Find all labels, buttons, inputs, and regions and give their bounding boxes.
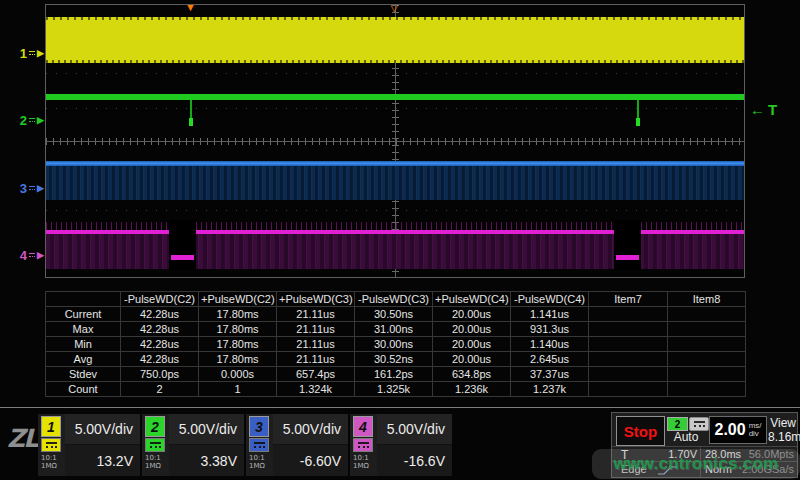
row-label: Avg [46,352,121,367]
measurement-header[interactable]: -PulseWD(C4) [511,292,589,307]
input-impedance: 1MΩ [41,462,63,470]
ch1-offset[interactable]: 13.2V [65,445,140,476]
ch1-position-marker[interactable]: 1 ▶ [10,45,44,61]
measurement-cell: 750.0ps [121,367,199,382]
row-label: Count [46,382,121,397]
table-row: Min 42.28us 17.80ms 21.11us 30.00ns 20.0… [46,337,746,352]
measurement-cell: 1.324k [277,382,355,397]
probe-ratio: 10:1 [249,454,271,462]
oscilloscope-screen: ▼ ▽ 1 ▶ 2 ▶ 3 ▶ 4 ▶ ← T -PulseWD(C2) +Pu… [0,0,800,480]
measurement-cell [589,382,668,397]
trigger-position-icon[interactable]: ▼ [185,4,196,13]
ch3-position-marker[interactable]: 3 ▶ [10,180,44,196]
measurement-cell: 657.4ps [277,367,355,382]
ch2-pulse-tip [636,118,640,126]
measurement-cell: 30.52ns [355,352,433,367]
right-arrow-icon: ▶ [37,250,44,260]
measurement-cell: 20.00us [433,337,511,352]
dc-coupling-icon [249,438,269,452]
table-header-row: -PulseWD(C2) +PulseWD(C2) +PulseWD(C3) -… [46,292,746,307]
measurement-cell: 634.8ps [433,367,511,382]
ch4-settings-block[interactable]: 4 10:11MΩ 5.00V/div -16.6V [350,414,452,476]
measurement-cell: 30.50ns [355,307,433,322]
measurement-cell [668,382,746,397]
measurement-cell [589,352,668,367]
ch1-trace [46,17,745,63]
measurement-header[interactable]: +PulseWD(C3) [277,292,355,307]
probe-ratio: 10:1 [41,454,63,462]
ch2-position-marker[interactable]: 2 ▶ [10,112,44,128]
ch3-marker-label: 3 [20,181,27,196]
timebase-value: 2.00 [714,421,745,439]
measurement-cell: 20.00us [433,352,511,367]
measurement-cell: 21.11us [277,307,355,322]
probe-ratio: 10:1 [353,454,375,462]
measurement-cell: 17.80ms [199,337,277,352]
ch1-scale[interactable]: 5.00V/div [65,414,140,445]
measurement-cell: 1.141us [511,307,589,322]
ch4-badge[interactable]: 4 [353,416,373,437]
ch2-offset[interactable]: 3.38V [169,445,244,476]
timebase-box[interactable]: 2.00 ms/div [709,416,767,444]
dc-coupling-icon [353,438,373,452]
table-row: Stdev 750.0ps 0.000s 657.4ps 161.2ps 634… [46,367,746,382]
probe-ratio: 10:1 [145,454,167,462]
trigger-coupling-icon[interactable] [689,417,709,431]
measurement-header[interactable]: Item7 [589,292,668,307]
ch4-offset[interactable]: -16.6V [377,445,452,476]
input-impedance: 1MΩ [249,462,271,470]
trigger-level-label: T [768,101,777,118]
watermark: www.cntronics.com [592,449,800,479]
view-value: 8.16ms [768,430,796,444]
view-box: View 8.16ms [768,416,796,444]
divider [612,446,797,447]
watermark-text: www.cntronics.com [613,454,778,474]
trigger-mode[interactable]: Auto [663,430,709,444]
dc-coupling-icon [29,253,35,257]
measurement-cell [589,322,668,337]
measurement-cell: 42.28us [121,322,199,337]
measurement-header[interactable]: +PulseWD(C2) [199,292,277,307]
measurement-cell: 161.2ps [355,367,433,382]
measurement-cell: 1.325k [355,382,433,397]
ch4-scale[interactable]: 5.00V/div [377,414,452,445]
ch1-badge[interactable]: 1 [41,416,61,437]
ch4-position-marker[interactable]: 4 ▶ [10,247,44,263]
right-arrow-icon: ▶ [37,48,44,58]
ch1-settings-block[interactable]: 1 10:11MΩ 5.00V/div 13.2V [38,414,140,476]
bottom-bar-divider [0,407,800,408]
measurement-cell [668,337,746,352]
measurement-cell: 20.00us [433,322,511,337]
timebase-unit: div [749,430,762,438]
measurement-header[interactable]: Item8 [668,292,746,307]
dc-coupling-icon [41,438,61,452]
ch3-settings-block[interactable]: 3 10:11MΩ 5.00V/div -6.60V [246,414,348,476]
measurement-header[interactable]: -PulseWD(C2) [121,292,199,307]
measurement-cell [668,322,746,337]
row-label: Min [46,337,121,352]
measurement-header[interactable]: +PulseWD(C4) [433,292,511,307]
trigger-source-badge[interactable]: 2 [667,417,688,431]
trigger-level-marker[interactable]: ← T [750,101,777,118]
row-label: Stdev [46,367,121,382]
measurement-cell: 2.645us [511,352,589,367]
ch4-low-level [171,255,194,260]
ch4-low-gap [169,220,196,270]
table-row: Count 2 1 1.324k 1.325k 1.236k 1.237k [46,382,746,397]
ch3-badge[interactable]: 3 [249,416,269,437]
table-row: Current 42.28us 17.80ms 21.11us 30.50ns … [46,307,746,322]
measurement-cell: 31.00ns [355,322,433,337]
view-label: View [768,416,796,430]
measurement-cell: 931.3us [511,322,589,337]
ch3-offset[interactable]: -6.60V [273,445,348,476]
measurement-header[interactable]: -PulseWD(C3) [355,292,433,307]
measurement-cell: 17.80ms [199,322,277,337]
ch2-settings-block[interactable]: 2 10:11MΩ 5.00V/div 3.38V [142,414,244,476]
measurement-cell [589,337,668,352]
ch2-scale[interactable]: 5.00V/div [169,414,244,445]
ch2-badge[interactable]: 2 [145,416,165,437]
run-stop-button[interactable]: Stop [616,416,665,446]
delay-reference-icon[interactable]: ▽ [390,4,398,13]
ch3-scale[interactable]: 5.00V/div [273,414,348,445]
right-arrow-icon: ▶ [37,115,44,125]
